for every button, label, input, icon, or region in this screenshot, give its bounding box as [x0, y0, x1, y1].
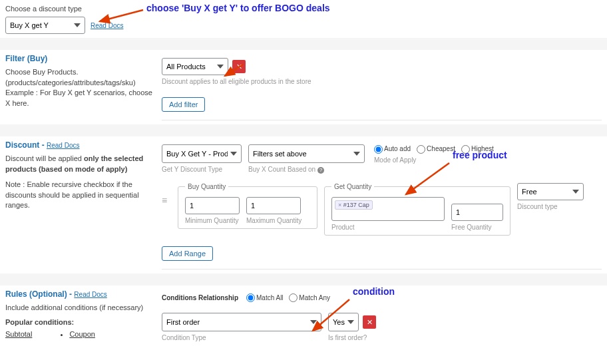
free-qty-label: Free Quantity — [451, 224, 503, 231]
filter-hint: Discount applies to all eligible product… — [162, 78, 602, 85]
free-qty-input[interactable] — [451, 204, 503, 221]
filter-heading: Filter (Buy) — [5, 54, 155, 63]
discount-type-select[interactable]: Buy X get Y — [5, 17, 85, 34]
get-quantity-fieldset: Get Quantity #137 Cap Product Free Quant… — [324, 183, 510, 236]
buy-quantity-fieldset: Buy Quantity Minimum Quantity Maximum Qu… — [178, 183, 317, 229]
conditions-relationship-label: Conditions Relationship — [162, 294, 238, 301]
first-order-select[interactable]: Yes — [328, 313, 359, 331]
min-qty-label: Minimum Quantity — [185, 217, 240, 224]
discount-section: Discount - Read Docs Discount will be ap… — [0, 136, 607, 273]
auto-add-option[interactable]: Auto add — [374, 145, 411, 152]
max-qty-input[interactable] — [246, 197, 301, 214]
mode-of-apply-group: Auto add Cheapest Highest — [374, 144, 498, 154]
rules-section: Rules (Optional) - Read Docs Include add… — [0, 285, 607, 349]
add-range-button[interactable]: Add Range — [162, 246, 213, 261]
get-qty-legend: Get Quantity — [331, 183, 374, 190]
filter-products-select[interactable]: All Products — [162, 58, 228, 75]
discount-heading: Discount - Read Docs — [5, 140, 155, 150]
condition-type-select[interactable]: First order — [162, 313, 321, 331]
condition-delete-button[interactable]: ✕ — [363, 315, 376, 329]
product-label: Product — [331, 224, 445, 231]
popular-cond-subtotal[interactable]: Subtotal — [5, 330, 32, 338]
filter-desc: Choose Buy Products. (products/categorie… — [5, 67, 155, 108]
condition-type-label: Condition Type — [162, 334, 321, 341]
mode-label: Mode of Apply — [374, 156, 498, 164]
popular-conditions-label: Popular conditions: — [5, 317, 155, 327]
popular-cond-coupon[interactable]: Coupon — [69, 330, 95, 338]
product-tag[interactable]: #137 Cap — [335, 200, 373, 210]
rules-read-docs-link[interactable]: Read Docs — [74, 291, 106, 298]
drag-handle-icon[interactable]: ≡ — [162, 183, 171, 206]
discount-type-value-select[interactable]: Free — [517, 183, 584, 200]
filter-section: Filter (Buy) Choose Buy Products. (produ… — [0, 50, 607, 124]
add-filter-button[interactable]: Add filter — [162, 97, 205, 112]
discount-type-value-label: Discount type — [517, 203, 584, 210]
gety-type-select[interactable]: Buy X Get Y - Products — [162, 144, 242, 163]
match-any-option[interactable]: Match Any — [289, 294, 330, 301]
rules-heading: Rules (Optional) - Read Docs — [5, 289, 155, 299]
first-order-label: Is first order? — [328, 334, 376, 341]
read-docs-link[interactable]: Read Docs — [91, 22, 123, 29]
buy-qty-legend: Buy Quantity — [185, 183, 228, 190]
filter-delete-button[interactable]: ✕ — [232, 60, 246, 73]
match-all-option[interactable]: Match All — [246, 294, 284, 301]
discount-type-section: Choose a discount type Buy X get Y Read … — [0, 0, 607, 38]
discount-desc: Discount will be applied only the select… — [5, 154, 155, 174]
max-qty-label: Maximum Quantity — [246, 217, 302, 224]
cheapest-option[interactable]: Cheapest — [417, 145, 455, 152]
discount-read-docs-link[interactable]: Read Docs — [47, 142, 79, 149]
highest-option[interactable]: Highest — [461, 145, 494, 152]
help-icon[interactable]: ? — [317, 167, 324, 174]
count-based-label: Buy X Count Based on ? — [248, 166, 365, 174]
product-tag-input[interactable]: #137 Cap — [331, 197, 445, 221]
discount-note: Note : Enable recursive checkbox if the … — [5, 180, 155, 210]
rules-desc: Include additional conditions (if necess… — [5, 303, 155, 313]
min-qty-input[interactable] — [185, 197, 240, 214]
discount-type-label: Choose a discount type — [5, 4, 602, 14]
gety-type-label: Get Y Discount Type — [162, 166, 242, 173]
filters-set-select[interactable]: Filters set above — [248, 144, 365, 163]
